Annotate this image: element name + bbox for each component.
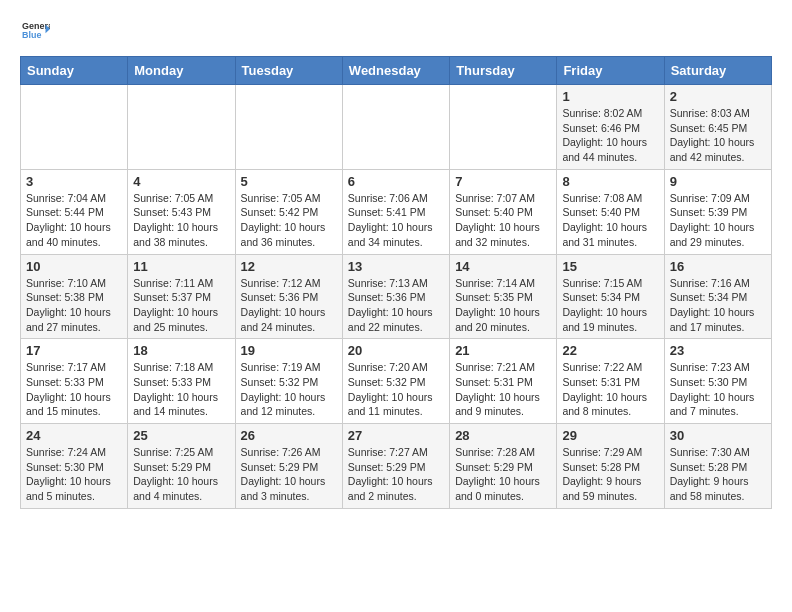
day-number: 11 [133,259,229,274]
day-info: Sunrise: 7:27 AMSunset: 5:29 PMDaylight:… [348,445,444,504]
calendar-cell: 27Sunrise: 7:27 AMSunset: 5:29 PMDayligh… [342,424,449,509]
calendar-cell: 2Sunrise: 8:03 AMSunset: 6:45 PMDaylight… [664,85,771,170]
day-number: 28 [455,428,551,443]
page: General Blue SundayMondayTuesdayWednesda… [0,0,792,525]
calendar-cell [342,85,449,170]
day-number: 20 [348,343,444,358]
calendar-cell: 28Sunrise: 7:28 AMSunset: 5:29 PMDayligh… [450,424,557,509]
calendar-cell: 7Sunrise: 7:07 AMSunset: 5:40 PMDaylight… [450,169,557,254]
calendar-cell: 18Sunrise: 7:18 AMSunset: 5:33 PMDayligh… [128,339,235,424]
week-row-2: 10Sunrise: 7:10 AMSunset: 5:38 PMDayligh… [21,254,772,339]
day-number: 25 [133,428,229,443]
day-info: Sunrise: 7:28 AMSunset: 5:29 PMDaylight:… [455,445,551,504]
day-info: Sunrise: 7:29 AMSunset: 5:28 PMDaylight:… [562,445,658,504]
calendar-cell: 11Sunrise: 7:11 AMSunset: 5:37 PMDayligh… [128,254,235,339]
day-info: Sunrise: 7:04 AMSunset: 5:44 PMDaylight:… [26,191,122,250]
day-number: 27 [348,428,444,443]
day-info: Sunrise: 7:30 AMSunset: 5:28 PMDaylight:… [670,445,766,504]
day-number: 1 [562,89,658,104]
calendar-cell: 23Sunrise: 7:23 AMSunset: 5:30 PMDayligh… [664,339,771,424]
day-info: Sunrise: 7:09 AMSunset: 5:39 PMDaylight:… [670,191,766,250]
calendar-cell: 13Sunrise: 7:13 AMSunset: 5:36 PMDayligh… [342,254,449,339]
calendar-cell: 3Sunrise: 7:04 AMSunset: 5:44 PMDaylight… [21,169,128,254]
day-info: Sunrise: 7:05 AMSunset: 5:42 PMDaylight:… [241,191,337,250]
day-info: Sunrise: 7:18 AMSunset: 5:33 PMDaylight:… [133,360,229,419]
day-info: Sunrise: 7:22 AMSunset: 5:31 PMDaylight:… [562,360,658,419]
header: General Blue [20,16,772,48]
calendar-cell [21,85,128,170]
day-number: 4 [133,174,229,189]
weekday-header-tuesday: Tuesday [235,57,342,85]
day-number: 29 [562,428,658,443]
day-info: Sunrise: 7:16 AMSunset: 5:34 PMDaylight:… [670,276,766,335]
weekday-header-sunday: Sunday [21,57,128,85]
calendar-cell: 20Sunrise: 7:20 AMSunset: 5:32 PMDayligh… [342,339,449,424]
day-number: 3 [26,174,122,189]
day-number: 2 [670,89,766,104]
day-number: 21 [455,343,551,358]
weekday-header-monday: Monday [128,57,235,85]
calendar-cell: 6Sunrise: 7:06 AMSunset: 5:41 PMDaylight… [342,169,449,254]
day-number: 15 [562,259,658,274]
logo: General Blue [20,16,50,48]
calendar-cell [128,85,235,170]
calendar-body: 1Sunrise: 8:02 AMSunset: 6:46 PMDaylight… [21,85,772,509]
day-info: Sunrise: 7:24 AMSunset: 5:30 PMDaylight:… [26,445,122,504]
day-number: 26 [241,428,337,443]
day-number: 5 [241,174,337,189]
weekday-header-saturday: Saturday [664,57,771,85]
day-info: Sunrise: 7:08 AMSunset: 5:40 PMDaylight:… [562,191,658,250]
calendar-cell: 15Sunrise: 7:15 AMSunset: 5:34 PMDayligh… [557,254,664,339]
day-info: Sunrise: 7:12 AMSunset: 5:36 PMDaylight:… [241,276,337,335]
calendar-cell: 4Sunrise: 7:05 AMSunset: 5:43 PMDaylight… [128,169,235,254]
day-number: 14 [455,259,551,274]
calendar-cell: 19Sunrise: 7:19 AMSunset: 5:32 PMDayligh… [235,339,342,424]
day-info: Sunrise: 7:23 AMSunset: 5:30 PMDaylight:… [670,360,766,419]
calendar-cell: 21Sunrise: 7:21 AMSunset: 5:31 PMDayligh… [450,339,557,424]
day-number: 17 [26,343,122,358]
weekday-header-thursday: Thursday [450,57,557,85]
week-row-1: 3Sunrise: 7:04 AMSunset: 5:44 PMDaylight… [21,169,772,254]
day-number: 10 [26,259,122,274]
weekday-header-wednesday: Wednesday [342,57,449,85]
calendar-cell: 9Sunrise: 7:09 AMSunset: 5:39 PMDaylight… [664,169,771,254]
calendar-cell [235,85,342,170]
day-number: 19 [241,343,337,358]
day-info: Sunrise: 7:05 AMSunset: 5:43 PMDaylight:… [133,191,229,250]
day-number: 22 [562,343,658,358]
calendar-cell: 12Sunrise: 7:12 AMSunset: 5:36 PMDayligh… [235,254,342,339]
day-info: Sunrise: 7:26 AMSunset: 5:29 PMDaylight:… [241,445,337,504]
calendar-cell [450,85,557,170]
day-number: 30 [670,428,766,443]
day-info: Sunrise: 7:19 AMSunset: 5:32 PMDaylight:… [241,360,337,419]
day-info: Sunrise: 7:14 AMSunset: 5:35 PMDaylight:… [455,276,551,335]
calendar-cell: 29Sunrise: 7:29 AMSunset: 5:28 PMDayligh… [557,424,664,509]
day-number: 8 [562,174,658,189]
calendar-cell: 14Sunrise: 7:14 AMSunset: 5:35 PMDayligh… [450,254,557,339]
day-info: Sunrise: 7:11 AMSunset: 5:37 PMDaylight:… [133,276,229,335]
calendar-cell: 16Sunrise: 7:16 AMSunset: 5:34 PMDayligh… [664,254,771,339]
week-row-0: 1Sunrise: 8:02 AMSunset: 6:46 PMDaylight… [21,85,772,170]
svg-text:Blue: Blue [22,30,41,40]
week-row-4: 24Sunrise: 7:24 AMSunset: 5:30 PMDayligh… [21,424,772,509]
day-info: Sunrise: 7:25 AMSunset: 5:29 PMDaylight:… [133,445,229,504]
day-number: 24 [26,428,122,443]
calendar-cell: 1Sunrise: 8:02 AMSunset: 6:46 PMDaylight… [557,85,664,170]
logo-icon: General Blue [22,16,50,44]
day-info: Sunrise: 7:06 AMSunset: 5:41 PMDaylight:… [348,191,444,250]
day-info: Sunrise: 7:20 AMSunset: 5:32 PMDaylight:… [348,360,444,419]
day-info: Sunrise: 7:10 AMSunset: 5:38 PMDaylight:… [26,276,122,335]
day-info: Sunrise: 7:15 AMSunset: 5:34 PMDaylight:… [562,276,658,335]
day-info: Sunrise: 7:07 AMSunset: 5:40 PMDaylight:… [455,191,551,250]
weekday-header-friday: Friday [557,57,664,85]
day-info: Sunrise: 8:03 AMSunset: 6:45 PMDaylight:… [670,106,766,165]
calendar-cell: 24Sunrise: 7:24 AMSunset: 5:30 PMDayligh… [21,424,128,509]
day-number: 9 [670,174,766,189]
calendar-cell: 10Sunrise: 7:10 AMSunset: 5:38 PMDayligh… [21,254,128,339]
calendar-cell: 17Sunrise: 7:17 AMSunset: 5:33 PMDayligh… [21,339,128,424]
day-info: Sunrise: 8:02 AMSunset: 6:46 PMDaylight:… [562,106,658,165]
calendar-cell: 22Sunrise: 7:22 AMSunset: 5:31 PMDayligh… [557,339,664,424]
calendar-table: SundayMondayTuesdayWednesdayThursdayFrid… [20,56,772,509]
day-number: 13 [348,259,444,274]
calendar-cell: 8Sunrise: 7:08 AMSunset: 5:40 PMDaylight… [557,169,664,254]
